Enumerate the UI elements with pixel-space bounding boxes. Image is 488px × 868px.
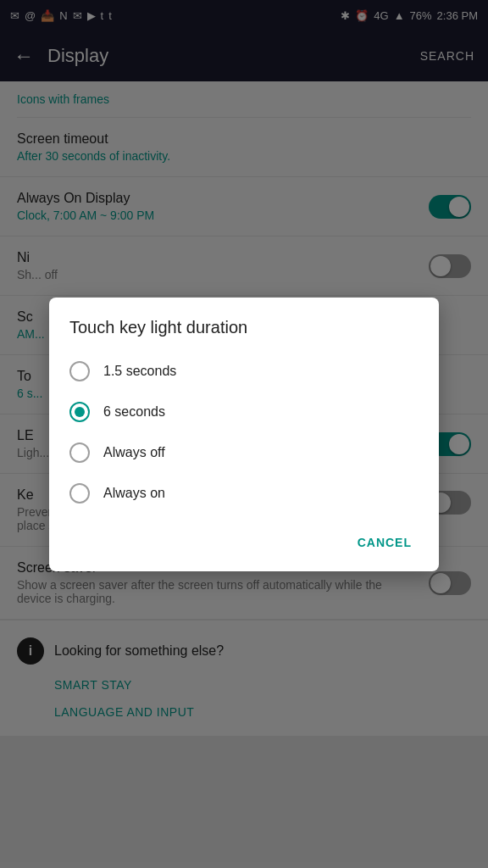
radio-label-3: Always off: [103, 445, 165, 460]
radio-label-2: 6 seconds: [103, 404, 165, 420]
dialog-actions: CANCEL: [49, 520, 439, 565]
radio-option-1[interactable]: 1.5 seconds: [56, 351, 432, 392]
radio-circle-4: [69, 483, 90, 504]
radio-label-1: 1.5 seconds: [103, 364, 176, 379]
radio-option-4[interactable]: Always on: [56, 473, 432, 514]
touch-key-dialog: Touch key light duration 1.5 seconds 6 s…: [49, 298, 439, 571]
radio-circle-3: [69, 442, 90, 463]
dialog-options: 1.5 seconds 6 seconds Always off Always …: [49, 351, 439, 514]
radio-circle-1: [69, 361, 90, 381]
radio-option-2[interactable]: 6 seconds: [56, 392, 432, 432]
cancel-button[interactable]: CANCEL: [344, 527, 425, 558]
dialog-title: Touch key light duration: [49, 318, 439, 351]
radio-circle-2: [69, 402, 90, 422]
radio-label-4: Always on: [103, 486, 165, 501]
dialog-overlay: Touch key light duration 1.5 seconds 6 s…: [0, 0, 488, 868]
radio-option-3[interactable]: Always off: [56, 432, 432, 473]
